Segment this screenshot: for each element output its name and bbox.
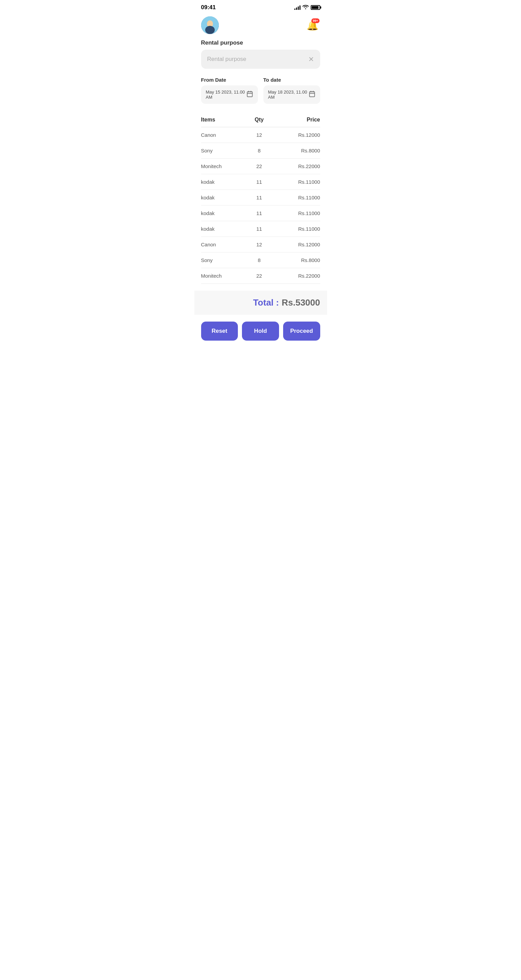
item-price: Rs.8000: [269, 253, 320, 268]
table-row: Canon 12 Rs.12000: [201, 237, 320, 253]
table-row: Canon 12 Rs.12000: [201, 127, 320, 143]
svg-rect-9: [309, 92, 314, 97]
item-name: kodak: [201, 190, 249, 205]
item-qty: 11: [249, 174, 270, 190]
reset-button[interactable]: Reset: [201, 321, 238, 340]
notification-bell[interactable]: 🔔 99+: [305, 18, 320, 33]
item-name: Canon: [201, 127, 249, 143]
svg-rect-5: [247, 92, 252, 97]
to-date-calendar-icon: [309, 91, 315, 99]
item-price: Rs.11000: [269, 221, 320, 237]
status-time: 09:41: [201, 4, 216, 11]
header: 🔔 99+: [194, 14, 327, 40]
table-row: kodak 11 Rs.11000: [201, 174, 320, 190]
from-date-field: From Date May 15 2023, 11.00 AM: [201, 77, 258, 104]
content: Rental purpose Rental purpose ✕ From Dat…: [194, 40, 327, 284]
proceed-button[interactable]: Proceed: [283, 321, 320, 340]
notification-badge: 99+: [311, 18, 319, 23]
item-name: Monitech: [201, 268, 249, 284]
item-price: Rs.11000: [269, 190, 320, 205]
item-price: Rs.22000: [269, 159, 320, 174]
wifi-icon: [303, 5, 309, 11]
item-price: Rs.11000: [269, 205, 320, 221]
item-qty: 11: [249, 190, 270, 205]
item-qty: 11: [249, 221, 270, 237]
rental-purpose-label: Rental purpose: [201, 40, 320, 46]
item-name: Canon: [201, 237, 249, 253]
item-name: kodak: [201, 221, 249, 237]
rental-purpose-input[interactable]: Rental purpose ✕: [201, 50, 320, 69]
item-qty: 11: [249, 205, 270, 221]
item-qty: 12: [249, 237, 270, 253]
to-date-field: To date May 18 2023, 11.00 AM: [263, 77, 320, 104]
item-qty: 12: [249, 127, 270, 143]
to-date-input[interactable]: May 18 2023, 11.00 AM: [263, 86, 320, 104]
item-price: Rs.12000: [269, 127, 320, 143]
table-row: kodak 11 Rs.11000: [201, 221, 320, 237]
svg-point-4: [207, 21, 213, 26]
table-row: Monitech 22 Rs.22000: [201, 268, 320, 284]
hold-button[interactable]: Hold: [242, 321, 279, 340]
item-price: Rs.11000: [269, 174, 320, 190]
status-icons: [294, 5, 320, 11]
action-buttons: Reset Hold Proceed: [194, 315, 327, 351]
battery-icon: [311, 5, 320, 10]
status-bar: 09:41: [194, 0, 327, 14]
table-row: Sony 8 Rs.8000: [201, 143, 320, 159]
item-qty: 8: [249, 253, 270, 268]
items-table: Items Qty Price Canon 12 Rs.12000 Sony 8…: [201, 113, 320, 284]
item-price: Rs.12000: [269, 237, 320, 253]
from-date-label: From Date: [201, 77, 258, 83]
item-name: Monitech: [201, 159, 249, 174]
item-price: Rs.8000: [269, 143, 320, 159]
table-row: kodak 11 Rs.11000: [201, 190, 320, 205]
date-row: From Date May 15 2023, 11.00 AM To date …: [201, 77, 320, 104]
col-price: Price: [269, 113, 320, 127]
item-qty: 8: [249, 143, 270, 159]
total-label: Total :: [253, 298, 279, 308]
item-name: Sony: [201, 253, 249, 268]
table-row: kodak 11 Rs.11000: [201, 205, 320, 221]
item-qty: 22: [249, 159, 270, 174]
item-name: kodak: [201, 205, 249, 221]
table-row: Sony 8 Rs.8000: [201, 253, 320, 268]
item-name: kodak: [201, 174, 249, 190]
col-qty: Qty: [249, 113, 270, 127]
svg-rect-3: [207, 27, 213, 30]
to-date-label: To date: [263, 77, 320, 83]
from-date-value: May 15 2023, 11.00 AM: [206, 89, 246, 100]
clear-icon[interactable]: ✕: [308, 55, 314, 63]
total-section: Total : Rs.53000: [194, 291, 327, 315]
to-date-value: May 18 2023, 11.00 AM: [268, 89, 309, 100]
item-name: Sony: [201, 143, 249, 159]
item-price: Rs.22000: [269, 268, 320, 284]
signal-icon: [294, 5, 301, 10]
from-date-calendar-icon: [246, 91, 253, 99]
col-items: Items: [201, 113, 249, 127]
table-row: Monitech 22 Rs.22000: [201, 159, 320, 174]
from-date-input[interactable]: May 15 2023, 11.00 AM: [201, 86, 258, 104]
total-amount: Rs.53000: [282, 298, 320, 308]
item-qty: 22: [249, 268, 270, 284]
rental-purpose-placeholder: Rental purpose: [207, 56, 246, 63]
avatar[interactable]: [201, 16, 219, 34]
